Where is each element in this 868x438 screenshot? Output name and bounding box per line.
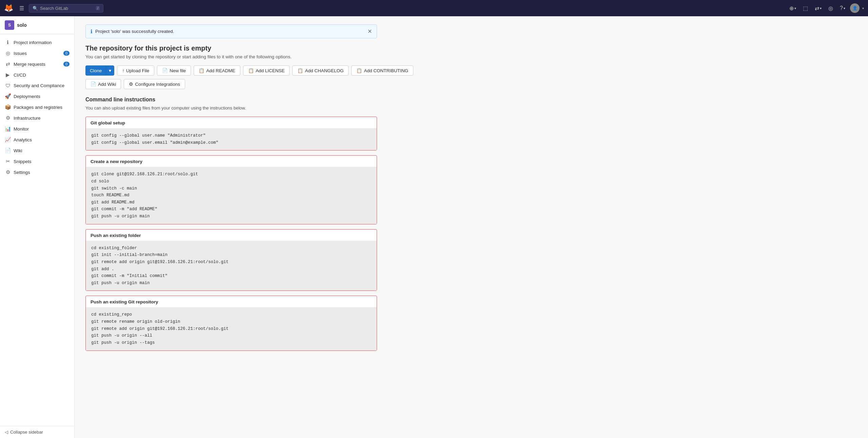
sidebar-item-ci-cd[interactable]: ▶ CI/CD — [0, 69, 74, 80]
sidebar-item-settings[interactable]: ⚙ Settings — [0, 167, 74, 178]
main-content: ℹ Project 'solo' was successfully create… — [75, 16, 868, 438]
code-block-push-existing-folder[interactable]: cd existing_folder git init --initial-br… — [86, 241, 377, 291]
sidebar-item-label: Wiki — [14, 148, 22, 153]
clone-button-text: Clone — [86, 66, 106, 75]
configure-integrations-label: Configure Integrations — [135, 82, 180, 87]
sidebar-footer: ◁ Collapse sidebar — [0, 426, 74, 438]
code-section-title-push-existing-folder: Push an existing folder — [86, 230, 377, 241]
code-sections: Git global setupgit config --global user… — [85, 117, 857, 351]
ci-cd-icon: ▶ — [5, 72, 11, 78]
project-name: solo — [17, 22, 27, 28]
sidebar-item-infrastructure[interactable]: ⚙ Infrastructure — [0, 113, 74, 123]
sidebar-nav: ℹ Project information ◎ Issues 0 ⇄ Merge… — [0, 34, 74, 426]
project-avatar: S — [5, 20, 14, 30]
merge-requests-icon: ⇄ — [815, 5, 819, 12]
search-icon: 🔍 — [33, 6, 38, 11]
command-line-subtext: You can also upload existing files from … — [85, 105, 857, 111]
merge-requests-chevron: ▾ — [820, 6, 822, 10]
add-readme-label: Add README — [206, 68, 235, 73]
sidebar-item-security-compliance[interactable]: 🛡 Security and Compliance — [0, 80, 74, 91]
code-section-create-new-repo: Create a new repositorygit clone git@192… — [85, 155, 377, 224]
sidebar: S solo ℹ Project information ◎ Issues 0 … — [0, 16, 75, 438]
code-block-create-new-repo[interactable]: git clone git@192.168.126.21:root/solo.g… — [86, 167, 377, 224]
create-icon: ⊕ — [789, 5, 794, 12]
packages-icon: 📦 — [5, 104, 11, 110]
upload-file-button[interactable]: ↑ Upload File — [117, 65, 154, 76]
clone-dropdown-arrow[interactable]: ▾ — [106, 66, 114, 75]
add-contributing-label: Add CONTRIBUTING — [364, 68, 408, 73]
sidebar-item-project-information[interactable]: ℹ Project information — [0, 37, 74, 48]
sidebar-item-label: Settings — [14, 170, 30, 175]
search-slash: / — [96, 6, 100, 10]
search-bar[interactable]: 🔍 Search GitLab / — [29, 4, 103, 13]
add-license-icon: 📋 — [248, 68, 254, 73]
sidebar-item-label: Merge requests — [14, 62, 45, 67]
hamburger-icon: ☰ — [19, 5, 24, 12]
code-section-push-existing-folder: Push an existing foldercd existing_folde… — [85, 229, 377, 291]
sidebar-item-snippets[interactable]: ✂ Snippets — [0, 156, 74, 167]
hamburger-button[interactable]: ☰ — [17, 4, 26, 13]
wiki-icon: 📄 — [5, 147, 11, 154]
dock-icon: ⬚ — [803, 5, 808, 12]
add-license-label: Add LICENSE — [256, 68, 285, 73]
issues-button[interactable]: ◎ — [826, 4, 835, 13]
command-line-heading: Command line instructions — [85, 97, 857, 103]
clone-button[interactable]: Clone ▾ — [85, 65, 114, 76]
avatar[interactable]: 👤 — [850, 3, 860, 13]
snippets-icon: ✂ — [5, 158, 11, 164]
sidebar-item-issues[interactable]: ◎ Issues 0 — [0, 48, 74, 59]
sidebar-item-label: Analytics — [14, 137, 32, 142]
dock-button[interactable]: ⬚ — [801, 4, 810, 13]
sidebar-item-merge-requests[interactable]: ⇄ Merge requests 0 — [0, 59, 74, 69]
page-subtext: You can get started by cloning the repos… — [85, 54, 857, 59]
add-wiki-button[interactable]: 📄 Add Wiki — [85, 79, 121, 89]
add-contributing-button[interactable]: 📋 Add CONTRIBUTING — [351, 65, 413, 76]
sidebar-item-label: Deployments — [14, 94, 40, 99]
merge-requests-badge: 0 — [63, 62, 70, 66]
project-information-icon: ℹ — [5, 39, 11, 45]
avatar-chevron: ▾ — [862, 6, 864, 10]
avatar-icon: 👤 — [852, 6, 857, 11]
help-button[interactable]: ? ▾ — [838, 4, 847, 13]
code-section-title-create-new-repo: Create a new repository — [86, 156, 377, 167]
sidebar-item-label: Project information — [14, 40, 52, 45]
code-block-push-existing-git-repo[interactable]: cd existing_repo git remote rename origi… — [86, 307, 377, 350]
create-button[interactable]: ⊕ ▾ — [787, 4, 798, 13]
add-wiki-label: Add Wiki — [98, 82, 116, 87]
add-changelog-button[interactable]: 📋 Add CHANGELOG — [292, 65, 349, 76]
security-icon: 🛡 — [5, 83, 11, 88]
sidebar-item-analytics[interactable]: 📈 Analytics — [0, 134, 74, 145]
add-license-button[interactable]: 📋 Add LICENSE — [243, 65, 290, 76]
add-changelog-icon: 📋 — [297, 68, 303, 73]
sidebar-item-label: Issues — [14, 51, 27, 56]
code-section-title-push-existing-git-repo: Push an existing Git repository — [86, 296, 377, 307]
notification-close-button[interactable]: ✕ — [368, 28, 372, 35]
sidebar-item-label: Packages and registries — [14, 105, 62, 110]
sidebar-item-monitor[interactable]: 📊 Monitor — [0, 123, 74, 134]
collapse-icon: ◁ — [5, 430, 8, 435]
success-notification: ℹ Project 'solo' was successfully create… — [85, 24, 377, 38]
add-changelog-label: Add CHANGELOG — [305, 68, 343, 73]
navbar-right: ⊕ ▾ ⬚ ⇄ ▾ ◎ ? ▾ 👤 ▾ — [787, 3, 864, 13]
create-chevron: ▾ — [794, 6, 796, 10]
sidebar-item-label: Security and Compliance — [14, 83, 64, 88]
merge-requests-button[interactable]: ⇄ ▾ — [813, 4, 824, 13]
action-buttons-row2: 📄 Add Wiki ⚙ Configure Integrations — [85, 79, 857, 89]
issues-badge: 0 — [63, 51, 70, 56]
monitor-icon: 📊 — [5, 126, 11, 132]
navbar: 🦊 ☰ 🔍 Search GitLab / ⊕ ▾ ⬚ ⇄ ▾ ◎ ? ▾ 👤 … — [0, 0, 868, 16]
analytics-icon: 📈 — [5, 137, 11, 143]
sidebar-item-label: Snippets — [14, 159, 32, 164]
code-block-git-global-setup[interactable]: git config --global user.name "Administr… — [86, 128, 377, 150]
new-file-icon: 📄 — [162, 68, 168, 73]
configure-integrations-button[interactable]: ⚙ Configure Integrations — [124, 79, 185, 89]
sidebar-item-wiki[interactable]: 📄 Wiki — [0, 145, 74, 156]
add-readme-button[interactable]: 📋 Add README — [194, 65, 240, 76]
sidebar-item-deployments[interactable]: 🚀 Deployments — [0, 91, 74, 102]
new-file-button[interactable]: 📄 New file — [157, 65, 191, 76]
infrastructure-icon: ⚙ — [5, 115, 11, 121]
code-section-title-git-global-setup: Git global setup — [86, 117, 377, 128]
collapse-sidebar-button[interactable]: ◁ Collapse sidebar — [5, 430, 70, 435]
page-heading: The repository for this project is empty — [85, 44, 857, 52]
sidebar-item-packages-registries[interactable]: 📦 Packages and registries — [0, 102, 74, 113]
